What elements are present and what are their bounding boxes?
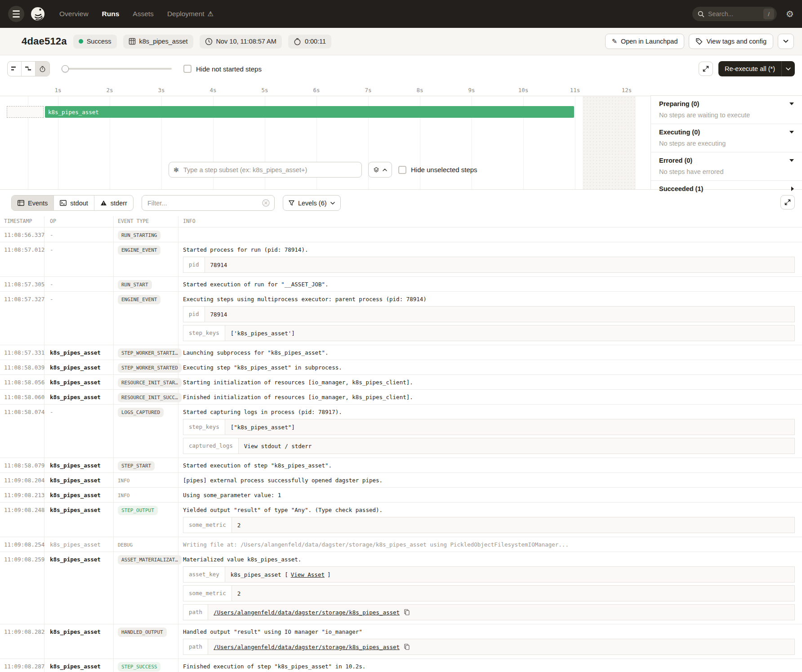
view-waterfall-button[interactable] [22,62,36,76]
panel-executing-header[interactable]: Executing (0) [651,124,802,140]
event-op: k8s_pipes_asset [45,390,114,404]
metadata-row: path/Users/alangenfeld/data/dagster/stor… [183,604,795,620]
col-event-type: EVENT TYPE [114,216,178,227]
tab-stderr[interactable]: stderr [94,196,133,210]
tab-events[interactable]: Events [12,196,54,210]
hide-unselected-checkbox[interactable]: Hide unselected steps [398,166,477,174]
event-row[interactable]: 11:09:08.287k8s_pipes_assetSTEP_SUCCESSF… [0,659,802,672]
panel-preparing-header[interactable]: Preparing (0) [651,96,802,111]
event-op: k8s_pipes_asset [45,488,114,502]
event-info-text: [pipes] external process successfully op… [183,477,795,484]
view-timed-button[interactable] [36,62,49,76]
event-op: k8s_pipes_asset [45,624,114,659]
open-in-launchpad-button[interactable]: ✎ Open in Launchpad [605,34,685,49]
event-type-chip: INFO [118,491,134,500]
event-row[interactable]: 11:08:58.056k8s_pipes_assetRESOURCE_INIT… [0,374,802,389]
open-in-launchpad-label: Open in Launchpad [621,38,678,45]
metadata-row: path/Users/alangenfeld/data/dagster/stor… [183,639,795,655]
event-row[interactable]: 11:09:08.213k8s_pipes_assetINFOUsing som… [0,487,802,502]
timer-icon [39,66,46,72]
gantt-fullscreen-button[interactable] [699,62,713,76]
events-filter-input[interactable] [147,200,262,207]
col-op: OP [45,216,114,227]
step-query-options-button[interactable] [368,162,392,178]
event-row[interactable]: 11:08:57.327-ENGINE_EVENTExecuting steps… [0,291,802,345]
timeline-tick: 1s [54,87,61,93]
events-fullscreen-button[interactable] [780,195,795,209]
event-row[interactable]: 11:08:56.337-RUN_STARTING [0,227,802,242]
chevron-down-icon [789,159,794,162]
metadata-key: path [183,605,208,620]
event-row[interactable]: 11:08:58.079k8s_pipes_assetSTEP_STARTSta… [0,458,802,472]
event-timestamp: 11:08:56.337 [0,227,45,242]
zoom-slider-track[interactable] [62,68,172,70]
checkbox-icon[interactable] [183,65,192,73]
metadata-value: ['k8s_pipes_asset'] [225,325,794,341]
event-row[interactable]: 11:08:58.039k8s_pipes_assetSTEP_WORKER_S… [0,360,802,374]
pencil-icon: ✎ [612,38,617,45]
event-row[interactable]: 11:09:08.259k8s_pipes_assetASSET_MATERIA… [0,552,802,624]
nav-item-runs[interactable]: Runs [102,10,120,18]
nav-item-overview[interactable]: Overview [59,10,89,18]
event-row[interactable]: 11:08:58.074-LOGS_CAPTUREDStarted captur… [0,404,802,458]
gantt-step-bar[interactable]: k8s_pipes_asset [45,106,574,118]
terminal-icon [60,200,67,206]
event-row[interactable]: 11:09:08.248k8s_pipes_assetSTEP_OUTPUTYi… [0,502,802,537]
metadata-row: asset_keyk8s_pipes_asset [View Asset] [183,566,795,583]
view-asset-link[interactable]: View Asset [291,571,325,578]
top-nav: Overview Runs Assets Deployment ⚠ Search… [0,0,802,28]
view-tags-config-button[interactable]: View tags and config [689,34,773,49]
panel-executing-body: No steps are executing [651,140,802,152]
copy-icon[interactable] [404,644,410,650]
event-row[interactable]: 11:09:08.204k8s_pipes_assetINFO[pipes] e… [0,472,802,487]
event-op: k8s_pipes_asset [45,345,114,360]
path-link[interactable]: /Users/alangenfeld/data/dagster/storage/… [214,609,400,616]
search-input[interactable]: Search... / [692,7,777,21]
hide-not-started-checkbox[interactable]: Hide not started steps [183,65,262,73]
events-table: TIMESTAMP OP EVENT TYPE INFO 11:08:56.33… [0,216,802,672]
copy-icon[interactable] [404,609,410,615]
zoom-slider-knob[interactable] [62,65,69,72]
job-grid-icon [129,38,136,45]
event-timestamp: 11:08:58.079 [0,458,45,472]
reexecute-all-button[interactable]: Re-execute all (*) [718,61,795,76]
event-type-cell: ASSET_MATERIALIZAT… [114,552,178,624]
hamburger-menu-button[interactable] [8,6,24,22]
path-link[interactable]: /Users/alangenfeld/data/dagster/storage/… [214,644,400,650]
nav-item-assets[interactable]: Assets [133,10,154,18]
event-row[interactable]: 11:08:57.331k8s_pipes_assetSTEP_WORKER_S… [0,345,802,360]
levels-dropdown-button[interactable]: Levels (6) [283,195,341,211]
event-info-cell: Launching subprocess for "k8s_pipes_asse… [178,345,802,360]
nav-item-deployment[interactable]: Deployment ⚠ [167,10,214,18]
event-op: - [45,292,114,345]
gear-icon[interactable]: ⚙ [786,9,794,19]
panel-errored-header[interactable]: Errored (0) [651,152,802,168]
event-row[interactable]: 11:09:08.254k8s_pipes_assetDEBUGWriting … [0,537,802,552]
metadata-key: pid [183,257,205,272]
event-metadata: pid78914 [183,257,795,273]
hide-not-started-label: Hide not started steps [196,65,262,73]
clear-filter-icon[interactable] [262,199,270,207]
checkbox-icon[interactable] [398,166,406,174]
tab-stdout[interactable]: stdout [54,196,94,210]
gantt-grid: k8s_pipes_asset ✻ [0,96,651,189]
event-row[interactable]: 11:09:08.282k8s_pipes_assetHANDLED_OUTPU… [0,624,802,659]
event-info-text: Started execution of step "k8s_pipes_ass… [183,462,795,469]
run-id: 4dae512a [22,36,67,47]
dagster-logo[interactable] [29,5,47,23]
step-subset-input[interactable] [169,162,361,177]
event-row[interactable]: 11:08:57.012-ENGINE_EVENTStarted process… [0,242,802,276]
event-row[interactable]: 11:08:58.060k8s_pipes_assetRESOURCE_INIT… [0,389,802,404]
view-flat-button[interactable] [8,62,22,76]
reexecute-dropdown-button[interactable] [781,61,795,76]
metadata-key: step_keys [183,325,225,341]
event-op: k8s_pipes_asset [45,503,114,537]
job-pill[interactable]: k8s_pipes_asset [123,35,193,49]
event-type-chip: STEP_START [118,461,155,471]
run-actions-dropdown-button[interactable] [778,34,794,49]
event-info-text: Started execution of run for "__ASSET_JO… [183,281,795,288]
event-info-text: Started capturing logs in process (pid: … [183,409,795,415]
event-type-cell: ENGINE_EVENT [114,242,178,276]
event-row[interactable]: 11:08:57.305-RUN_STARTStarted execution … [0,276,802,291]
zoom-slider[interactable] [62,65,172,72]
